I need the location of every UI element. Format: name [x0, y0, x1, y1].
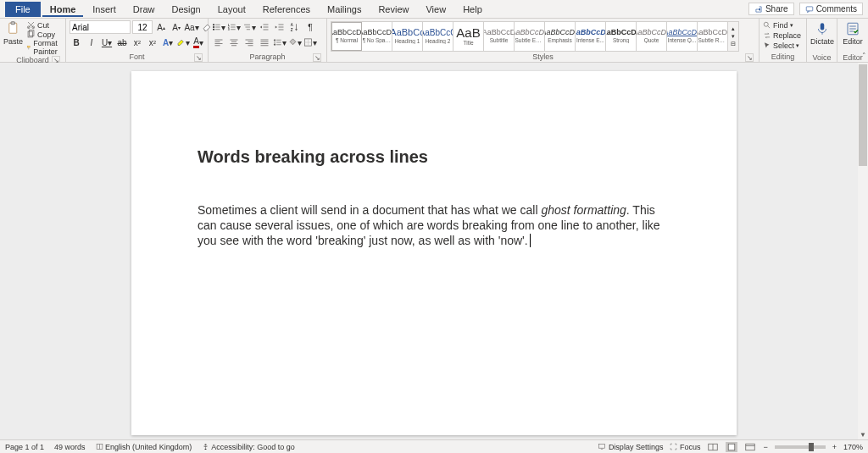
tab-references[interactable]: References: [255, 2, 318, 17]
style-subtitle[interactable]: AaBbCcDSubtitle: [484, 22, 515, 51]
replace-label: Replace: [773, 31, 801, 40]
copy-button[interactable]: Copy: [26, 30, 62, 39]
style-quote[interactable]: AaBbCcDcQuote: [637, 22, 667, 51]
style-heading-2[interactable]: AaBbCcCHeading 2: [423, 22, 453, 51]
tab-mailings[interactable]: Mailings: [320, 2, 369, 17]
svg-rect-24: [729, 444, 736, 450]
display-icon: [598, 443, 606, 450]
tab-layout[interactable]: Layout: [210, 2, 253, 17]
style-subtle-em-[interactable]: AaBbCcDcSubtle Em...: [515, 22, 545, 51]
read-mode-button[interactable]: [707, 442, 719, 452]
italic-button[interactable]: I: [85, 36, 98, 49]
paste-button[interactable]: Paste: [3, 20, 23, 52]
tab-file[interactable]: File: [5, 2, 41, 17]
style-intense-e-[interactable]: AaBbCcDcIntense E...: [576, 22, 606, 51]
dictate-button[interactable]: Dictate: [810, 20, 834, 52]
line-spacing-button[interactable]: ▾: [273, 36, 287, 49]
format-painter-button[interactable]: Format Painter: [26, 39, 62, 56]
styles-launcher[interactable]: ↘: [745, 53, 754, 62]
focus-button[interactable]: Focus: [670, 443, 700, 451]
subscript-button[interactable]: x2: [131, 36, 144, 49]
sort-icon: AZ: [290, 22, 300, 32]
scroll-thumb[interactable]: [859, 64, 867, 166]
cut-button[interactable]: Cut: [26, 20, 62, 30]
status-words[interactable]: 49 words: [54, 443, 86, 451]
vertical-scrollbar[interactable]: ▲ ▼: [858, 63, 868, 439]
tab-insert[interactable]: Insert: [85, 2, 124, 17]
style-sample: AaB: [456, 26, 480, 39]
strikethrough-button[interactable]: ab: [115, 36, 129, 49]
print-layout-button[interactable]: [726, 442, 737, 452]
grow-font-button[interactable]: A▴: [154, 20, 168, 34]
tab-home[interactable]: Home: [42, 2, 84, 17]
web-layout-button[interactable]: [744, 442, 756, 452]
style--normal[interactable]: AaBbCcDc¶ Normal: [331, 22, 362, 51]
find-button[interactable]: Find▾: [763, 20, 793, 30]
align-left-button[interactable]: [212, 36, 225, 49]
svg-point-10: [213, 29, 214, 30]
justify-button[interactable]: [258, 36, 271, 49]
font-size-select[interactable]: [132, 20, 153, 34]
tabs-left: File Home Insert Draw Design Layout Refe…: [5, 2, 490, 17]
style-sample: AaBbCcDc: [576, 29, 606, 36]
show-marks-button[interactable]: ¶: [303, 20, 317, 34]
shading-icon: [288, 37, 298, 47]
style-name: ¶ Normal: [336, 37, 358, 43]
numbering-icon: 123: [227, 22, 236, 32]
multilevel-list-button[interactable]: ▾: [242, 20, 256, 34]
comments-button[interactable]: Comments: [799, 3, 863, 15]
bullets-button[interactable]: ▾: [212, 20, 225, 34]
tab-help[interactable]: Help: [455, 2, 490, 17]
numbering-button[interactable]: 123▾: [227, 20, 241, 34]
svg-rect-7: [27, 46, 30, 47]
tab-review[interactable]: Review: [370, 2, 416, 17]
scroll-down-button[interactable]: ▼: [858, 429, 868, 439]
dictate-label: Dictate: [810, 37, 834, 46]
zoom-slider[interactable]: [775, 445, 826, 449]
tab-design[interactable]: Design: [164, 2, 208, 17]
style-title[interactable]: AaBTitle: [453, 22, 484, 51]
text-effects-button[interactable]: A▾: [161, 36, 175, 49]
tab-draw[interactable]: Draw: [125, 2, 163, 17]
increase-indent-button[interactable]: [273, 20, 287, 34]
paragraph-launcher[interactable]: ↘: [313, 53, 321, 62]
collapse-ribbon-button[interactable]: ˄: [862, 52, 866, 60]
zoom-handle[interactable]: [809, 443, 814, 451]
style--no-spac-[interactable]: AaBbCcDc¶ No Spac...: [362, 22, 392, 51]
status-page[interactable]: Page 1 of 1: [5, 443, 44, 451]
borders-button[interactable]: ▾: [303, 36, 317, 49]
zoom-out-button[interactable]: −: [763, 443, 767, 451]
document-page[interactable]: Words breaking across lines Sometimes a …: [131, 71, 737, 435]
editor-button[interactable]: Editor: [841, 20, 865, 52]
styles-gallery[interactable]: AaBbCcDc¶ NormalAaBbCcDc¶ No Spac...AaBb…: [331, 21, 739, 52]
highlight-button[interactable]: ▾: [176, 36, 190, 49]
select-button[interactable]: Select▾: [763, 41, 799, 51]
status-accessibility[interactable]: Accessibility: Good to go: [202, 443, 295, 451]
decrease-indent-button[interactable]: [258, 20, 271, 34]
font-name-select[interactable]: [70, 20, 131, 34]
underline-button[interactable]: U▾: [100, 36, 114, 49]
styles-gallery-more[interactable]: ▴▾⊟: [728, 22, 738, 51]
change-case-button[interactable]: Aa▾: [185, 20, 198, 34]
align-right-button[interactable]: [242, 36, 256, 49]
tab-view[interactable]: View: [418, 2, 453, 17]
sort-button[interactable]: AZ: [288, 20, 302, 34]
style-emphasis[interactable]: AaBbCcDcEmphasis: [545, 22, 576, 51]
replace-button[interactable]: Replace: [763, 30, 801, 41]
style-strong[interactable]: AaBbCcDcStrong: [606, 22, 637, 51]
style-heading-1[interactable]: AaBbCcHeading 1: [392, 22, 423, 51]
font-color-button[interactable]: A▾: [192, 36, 205, 49]
style-subtle-ref-[interactable]: AaBbCcDcSubtle Ref...: [698, 22, 728, 51]
style-intense-q-[interactable]: AaBbCcDcIntense Q...: [667, 22, 698, 51]
shrink-font-button[interactable]: A▾: [170, 20, 183, 34]
bold-button[interactable]: B: [70, 36, 83, 49]
share-button[interactable]: Share: [748, 3, 794, 15]
font-launcher[interactable]: ↘: [194, 53, 203, 62]
display-settings-button[interactable]: Display Settings: [598, 443, 663, 451]
zoom-in-button[interactable]: +: [832, 443, 837, 451]
zoom-value[interactable]: 170%: [843, 443, 863, 451]
status-language[interactable]: English (United Kingdom): [96, 443, 192, 451]
align-center-button[interactable]: [227, 36, 241, 49]
shading-button[interactable]: ▾: [288, 36, 302, 49]
superscript-button[interactable]: x2: [146, 36, 159, 49]
